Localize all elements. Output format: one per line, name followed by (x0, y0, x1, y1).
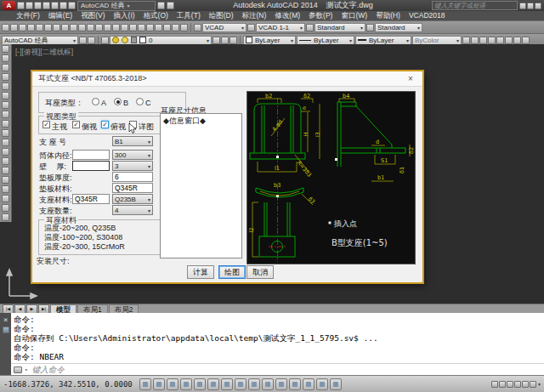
menu-item[interactable]: 帮助(H) (371, 11, 405, 20)
tool-palettes-icon[interactable] (155, 24, 162, 31)
region-mass-icon[interactable] (513, 37, 521, 44)
mleader-style-icon[interactable] (366, 24, 374, 31)
tab-layout2[interactable]: 布局2 (109, 304, 139, 314)
command-panel[interactable]: × 命令:命令:自动保存到 C:\Users\Administrator\app… (0, 313, 544, 375)
lineweight-combo[interactable]: ByLayer▾ (355, 36, 411, 45)
search-input[interactable] (432, 1, 518, 10)
status-menu-icon[interactable]: ▾ (538, 381, 541, 387)
annotation-scale-icon[interactable] (499, 381, 506, 388)
radio-type-b[interactable] (114, 98, 122, 105)
autocad-logo-icon[interactable]: A (3, 1, 15, 10)
workspace-switching-icon[interactable] (522, 381, 529, 388)
polygon-icon[interactable] (2, 73, 9, 81)
calc-button[interactable]: 计算 (187, 265, 214, 279)
clean-screen-icon[interactable] (530, 381, 536, 388)
menu-item[interactable]: VCAD2018 (405, 11, 450, 20)
cancel-button[interactable]: 取消 (246, 265, 274, 279)
table-style-combo[interactable]: Standard▾ (314, 23, 366, 32)
pad-thk-input[interactable] (112, 172, 153, 182)
region-icon[interactable] (2, 195, 9, 202)
shell-id-input[interactable] (72, 150, 110, 160)
layer-states-icon[interactable] (230, 37, 237, 44)
publish-icon[interactable] (44, 24, 52, 31)
measure-distance-icon[interactable] (462, 37, 470, 44)
lineweight-icon[interactable] (275, 378, 287, 390)
quick-properties-icon[interactable] (303, 378, 314, 390)
last-tab-icon[interactable]: ▶| (38, 304, 49, 314)
layer-combo[interactable]: 0 ▾ (110, 36, 212, 45)
layer-previous-icon[interactable] (221, 37, 229, 44)
support-material-input[interactable] (72, 194, 110, 204)
save-icon[interactable] (34, 2, 42, 9)
pan-icon[interactable] (104, 24, 111, 31)
help-icon[interactable] (535, 3, 541, 9)
radio-type-a[interactable] (92, 98, 99, 105)
shell-id-combo[interactable]: 300▾ (112, 150, 153, 160)
insert-block-icon[interactable] (2, 148, 9, 156)
cut-icon[interactable] (53, 24, 60, 31)
paste-icon[interactable] (70, 24, 77, 31)
support-no-combo[interactable]: B1▾ (112, 136, 153, 146)
menu-item[interactable]: 视图(V) (76, 11, 109, 20)
prev-tab-icon[interactable]: ◀ (14, 304, 26, 314)
checkbox-top-view[interactable]: ✓ (101, 121, 109, 128)
list-icon[interactable] (496, 37, 504, 44)
workspace-settings-icon[interactable] (79, 37, 87, 44)
dynamic-input-icon[interactable] (262, 378, 274, 390)
text-style-icon[interactable] (194, 24, 201, 31)
save-as-icon[interactable] (42, 2, 50, 9)
autoscale-icon[interactable] (514, 381, 521, 388)
osnap-icon[interactable] (207, 378, 219, 390)
dynamic-ucs-icon[interactable] (248, 378, 260, 390)
point-icon[interactable] (2, 167, 9, 174)
close-command-icon[interactable]: × (3, 315, 8, 324)
circle-icon[interactable] (2, 101, 9, 109)
text-style-combo[interactable]: VCAD▾ (202, 23, 246, 32)
construction-line-icon[interactable] (2, 54, 9, 62)
draw-button[interactable]: 绘图 (218, 265, 246, 279)
save-icon[interactable] (19, 24, 26, 31)
close-icon[interactable]: × (405, 74, 416, 84)
first-tab-icon[interactable]: |◀ (3, 304, 14, 314)
redo-icon[interactable] (95, 24, 103, 31)
command-keyboard-icon[interactable] (14, 366, 22, 373)
markup-set-manager-icon[interactable] (172, 24, 179, 31)
annotation-visibility-icon[interactable] (507, 381, 513, 388)
design-center-icon[interactable] (146, 24, 154, 31)
checkbox-front-view[interactable]: ✓ (42, 121, 50, 128)
make-object-layer-current-icon[interactable] (212, 37, 220, 44)
infer-constraints-icon[interactable] (139, 378, 151, 390)
redo-icon[interactable] (68, 2, 76, 9)
tab-layout1[interactable]: 布局1 (77, 304, 108, 314)
grid-icon[interactable] (167, 378, 178, 390)
hatch-icon[interactable] (2, 176, 9, 184)
multiline-text-icon[interactable] (2, 213, 9, 221)
plot-icon[interactable] (51, 2, 59, 9)
zoom-realtime-icon[interactable] (112, 24, 120, 31)
zoom-window-icon[interactable] (121, 24, 128, 31)
menu-item[interactable]: 修改(M) (270, 11, 304, 20)
my-workspace-icon[interactable] (88, 37, 95, 44)
dim-style-combo[interactable]: VCAD 1-1▾ (256, 23, 305, 32)
model-layout-icon[interactable] (491, 381, 498, 388)
menu-item[interactable]: 插入(I) (110, 11, 139, 20)
annotation-monitor-icon[interactable] (330, 378, 342, 390)
tab-model[interactable]: 模型 (50, 304, 76, 314)
radio-type-c[interactable] (136, 98, 144, 105)
wall-thk-combo[interactable]: 3▾ (112, 161, 153, 171)
color-combo[interactable]: ByLayer▾ (243, 36, 296, 45)
search-binoculars-icon[interactable] (519, 3, 526, 9)
arc-icon[interactable] (2, 92, 9, 99)
match-properties-icon[interactable] (78, 24, 86, 31)
menu-item[interactable]: 窗口(W) (337, 11, 371, 20)
line-icon[interactable] (2, 45, 9, 53)
plotstyle-combo[interactable]: ByColor▾ (412, 36, 462, 45)
gradient-icon[interactable] (2, 185, 9, 193)
ellipse-icon[interactable] (2, 129, 9, 137)
ellipse-arc-icon[interactable] (2, 139, 9, 146)
dialog-title-bar[interactable]: 耳式支座 <NB/T 47065.3-2018> × (32, 71, 422, 87)
open-icon[interactable] (26, 2, 33, 9)
sheet-set-manager-icon[interactable] (163, 24, 171, 31)
pad-material-input[interactable] (112, 183, 153, 193)
revision-cloud-icon[interactable] (2, 111, 9, 118)
